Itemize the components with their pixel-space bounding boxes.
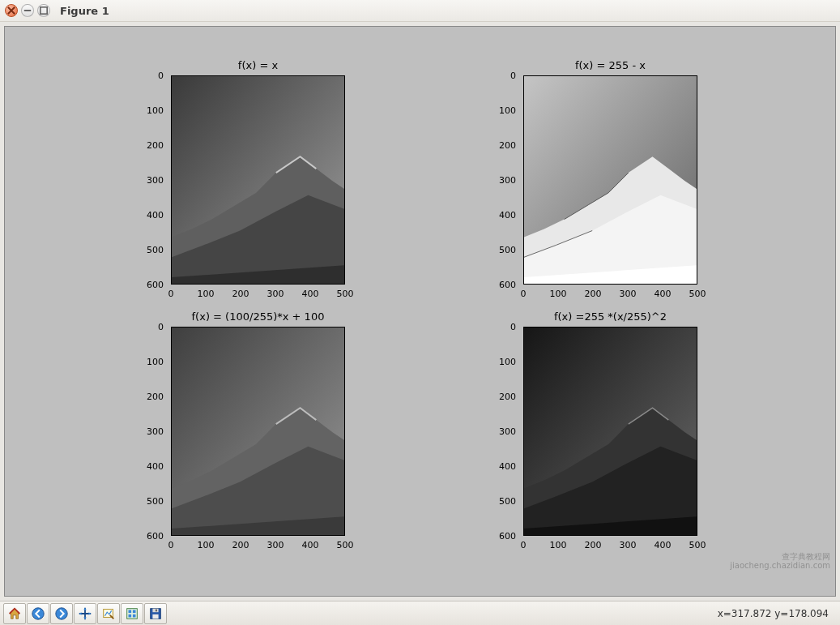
subplot-title: f(x) = x: [171, 59, 345, 71]
forward-button[interactable]: [50, 603, 73, 624]
window-controls: [5, 4, 50, 17]
x-tick-label: 0: [168, 540, 174, 550]
axes-image: [171, 327, 345, 536]
coord-readout: x=317.872 y=178.094: [718, 608, 837, 619]
y-ticks: 0100200300400500600: [479, 75, 519, 285]
x-tick-label: 300: [620, 289, 637, 299]
y-tick-label: 400: [147, 210, 164, 220]
figure-outer: f(x) = x 0100200300400500600 010020030: [0, 22, 840, 601]
x-tick-label: 0: [521, 540, 527, 550]
y-ticks: 0100200300400500600: [479, 327, 519, 536]
x-tick-label: 500: [337, 289, 354, 299]
y-tick-label: 100: [499, 357, 516, 367]
watermark: 查字典教程网 jiaocheng.chazidian.com: [730, 552, 830, 570]
x-tick-label: 400: [302, 289, 319, 299]
svg-rect-0: [41, 7, 47, 14]
x-tick-label: 200: [232, 289, 249, 299]
axes-image: [523, 75, 697, 285]
y-tick-label: 400: [499, 210, 516, 220]
x-tick-label: 200: [585, 540, 602, 550]
x-ticks: 0100200300400500: [523, 538, 697, 553]
subplot-title: f(x) = 255 - x: [523, 59, 697, 71]
y-tick-label: 600: [147, 531, 164, 542]
x-tick-label: 200: [232, 540, 249, 550]
y-tick-label: 300: [499, 175, 516, 186]
svg-rect-12: [133, 614, 136, 617]
x-tick-label: 400: [302, 540, 319, 550]
x-tick-label: 0: [168, 289, 174, 299]
y-tick-label: 200: [499, 140, 516, 151]
y-tick-label: 600: [499, 280, 516, 290]
y-tick-label: 600: [147, 280, 164, 290]
y-ticks: 0100200300400500600: [126, 327, 167, 536]
x-tick-label: 100: [550, 289, 567, 299]
subplot-3: f(x) =255 *(x/255)^2 0100200300400500600: [479, 309, 762, 552]
y-tick-label: 0: [510, 71, 516, 81]
x-tick-label: 300: [267, 540, 284, 550]
y-tick-label: 300: [147, 175, 164, 186]
y-tick-label: 100: [499, 105, 516, 116]
configure-subplots-button[interactable]: [121, 603, 143, 624]
maximize-button[interactable]: [37, 4, 50, 17]
y-tick-label: 0: [158, 322, 164, 332]
home-button[interactable]: [3, 603, 26, 624]
x-ticks: 0100200300400500: [171, 538, 345, 553]
x-tick-label: 300: [620, 540, 637, 550]
subplot-2: f(x) = (100/255)*x + 100 010020030040050…: [126, 309, 410, 552]
watermark-line2: jiaocheng.chazidian.com: [730, 561, 830, 570]
window-title: Figure 1: [60, 5, 109, 17]
subplot-title: f(x) =255 *(x/255)^2: [523, 310, 697, 323]
y-ticks: 0100200300400500600: [126, 75, 167, 285]
x-tick-label: 500: [689, 289, 706, 299]
svg-rect-9: [129, 610, 132, 613]
x-ticks: 0100200300400500: [171, 287, 345, 302]
y-tick-label: 600: [499, 531, 516, 542]
x-tick-label: 300: [267, 289, 284, 299]
save-button[interactable]: [144, 603, 167, 624]
window-titlebar: Figure 1: [0, 0, 840, 22]
svg-point-5: [32, 607, 44, 619]
y-tick-label: 400: [499, 461, 516, 472]
back-button[interactable]: [27, 603, 49, 624]
axes-image: [171, 75, 345, 285]
svg-rect-15: [152, 614, 158, 618]
y-tick-label: 100: [147, 357, 164, 367]
y-tick-label: 500: [147, 496, 164, 507]
x-tick-label: 100: [198, 540, 215, 550]
y-tick-label: 500: [499, 496, 516, 507]
svg-point-6: [56, 607, 67, 619]
x-tick-label: 0: [521, 289, 527, 299]
subplot-title: f(x) = (100/255)*x + 100: [171, 310, 345, 323]
y-tick-label: 100: [147, 105, 164, 116]
x-tick-label: 500: [689, 540, 706, 550]
y-tick-label: 0: [510, 322, 516, 332]
y-tick-label: 0: [158, 71, 164, 81]
svg-rect-16: [156, 609, 157, 611]
y-tick-label: 500: [147, 245, 164, 255]
y-tick-label: 300: [499, 426, 516, 437]
y-tick-label: 500: [499, 245, 516, 255]
x-tick-label: 200: [585, 289, 602, 299]
y-tick-label: 400: [147, 461, 164, 472]
x-tick-label: 500: [337, 540, 354, 550]
subplot-1: f(x) = 255 - x 0100200300400500600: [479, 58, 762, 301]
zoom-button[interactable]: [97, 603, 120, 624]
close-button[interactable]: [5, 4, 18, 17]
axes-image: [523, 327, 697, 536]
svg-rect-11: [129, 614, 132, 617]
y-tick-label: 200: [147, 392, 164, 402]
x-tick-label: 400: [655, 289, 672, 299]
pan-button[interactable]: [74, 603, 96, 624]
y-tick-label: 200: [499, 392, 516, 402]
watermark-line1: 查字典教程网: [730, 552, 830, 561]
figure-canvas[interactable]: f(x) = x 0100200300400500600 010020030: [4, 26, 836, 597]
matplotlib-toolbar: x=317.872 y=178.094: [0, 601, 840, 625]
subplot-0: f(x) = x 0100200300400500600 010020030: [126, 58, 410, 301]
x-tick-label: 100: [198, 289, 215, 299]
svg-rect-10: [133, 610, 136, 613]
y-tick-label: 300: [147, 426, 164, 437]
y-tick-label: 200: [147, 140, 164, 151]
minimize-button[interactable]: [21, 4, 34, 17]
x-tick-label: 400: [655, 540, 672, 550]
x-ticks: 0100200300400500: [523, 287, 697, 302]
